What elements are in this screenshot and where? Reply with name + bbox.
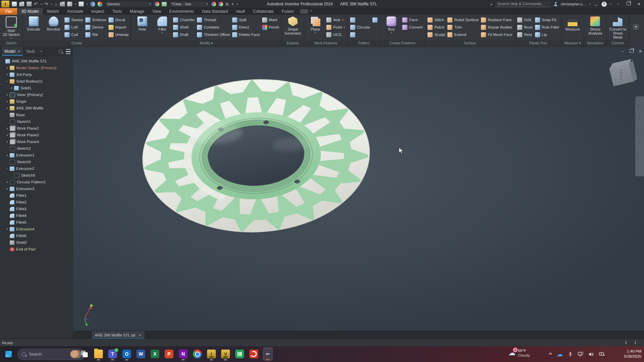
qat-customize-chevron-icon[interactable]: ▾	[237, 3, 238, 6]
coil-button[interactable]: Coil	[65, 31, 83, 38]
material-select[interactable]: Generic	[105, 1, 152, 7]
emboss-button[interactable]: Emboss	[85, 16, 106, 23]
appearance-select[interactable]: *Clear - Gre	[169, 1, 209, 7]
taskbar-file-explorer[interactable]	[93, 347, 104, 361]
expander-icon[interactable]: +	[5, 93, 9, 97]
tab-tools[interactable]: Tools	[108, 8, 126, 15]
revolve-button[interactable]: Revolve	[44, 15, 63, 40]
thicken-offset-button[interactable]: Thicken/ Offset	[197, 31, 230, 38]
taskbar-word[interactable]: W	[136, 347, 146, 361]
expander-icon[interactable]: +	[5, 127, 9, 130]
expand-icon[interactable]: ▸	[491, 2, 492, 6]
panel-label-convert[interactable]: Convert	[607, 40, 629, 46]
store-cart-icon[interactable]	[594, 2, 599, 5]
fillet-dropdown-icon[interactable]: ▾	[162, 32, 163, 34]
tab-environments[interactable]: Environments	[165, 8, 198, 15]
mark-button[interactable]: Mark	[262, 16, 279, 23]
expander-icon[interactable]: +	[5, 180, 9, 184]
split-button[interactable]: Split	[232, 16, 260, 23]
hidden-icons-chevron-icon[interactable]: ^	[549, 352, 552, 357]
inventor-logo-icon[interactable]: I	[1, 1, 9, 7]
restore-button[interactable]	[625, 2, 632, 6]
tree-item-solid1[interactable]: +Solid1	[0, 85, 73, 91]
tree-item-base[interactable]: Base	[0, 111, 73, 118]
loft-button[interactable]: Loft	[65, 24, 83, 31]
replace-face-button[interactable]: Replace Face	[481, 16, 512, 23]
fusion-cloud-icon[interactable]	[300, 9, 309, 14]
windows-start-button[interactable]	[5, 351, 12, 357]
open-icon[interactable]	[19, 2, 24, 6]
extrude-button[interactable]: Extrude	[24, 15, 43, 40]
convert-to-sheet-metal-button[interactable]: Convert to Sheet Metal	[608, 15, 627, 40]
finish-button[interactable]: Finish	[262, 24, 279, 31]
expander-icon[interactable]: −	[5, 167, 9, 171]
box-dropdown-icon[interactable]: ▾	[391, 32, 392, 34]
redo-dropdown-icon[interactable]: ▾	[51, 3, 52, 6]
import-button[interactable]: Import	[109, 24, 129, 31]
taskbar-onenote[interactable]: N	[178, 347, 188, 361]
taskbar-powerpoint[interactable]: P	[164, 347, 174, 361]
tree-item-fillet3[interactable]: Fillet3	[0, 206, 73, 212]
axis-button[interactable]: Axis▾	[326, 16, 345, 23]
circular-button[interactable]: Circular	[350, 24, 370, 31]
tree-item-circular-pattern1[interactable]: +Circular Pattern1	[0, 179, 73, 185]
sketch-driven-pattern-button[interactable]	[350, 31, 370, 38]
shell-button[interactable]: Shell	[173, 24, 195, 31]
expander-icon[interactable]: +	[5, 66, 9, 70]
face-button[interactable]: Face	[402, 16, 422, 23]
rectangular-pattern-button[interactable]	[350, 16, 370, 23]
sculpt-button[interactable]: Sculpt	[428, 31, 445, 38]
tree-item-are-398-waffle-stl[interactable]: ARE 398 Waffle STL	[0, 58, 73, 64]
boss-button[interactable]: Boss	[517, 24, 533, 31]
panel-label-modify[interactable]: Modify ▾	[131, 40, 281, 46]
browser-tab-model[interactable]: Model✕	[2, 47, 23, 56]
tab-fusion[interactable]: Fusion	[278, 8, 298, 15]
lip-button[interactable]: Lip	[535, 31, 559, 38]
delete-face-button[interactable]: Delete Face	[232, 31, 260, 38]
ribbon-collapse-button[interactable]: ▾	[633, 24, 639, 30]
expander-icon[interactable]: +	[5, 153, 9, 157]
document-tab[interactable]: ARE 398 Waffle STL.ipt ✕	[92, 331, 145, 339]
patch-button[interactable]: Patch	[428, 24, 445, 31]
microphone-icon[interactable]	[568, 352, 573, 357]
browser-tab-item[interactable]: +	[38, 47, 45, 56]
save-icon[interactable]	[27, 2, 32, 6]
close-button[interactable]: ✕	[635, 2, 643, 6]
clear-appearance-icon[interactable]	[218, 2, 223, 6]
tree-item-sketch2[interactable]: Sketch2	[0, 145, 73, 152]
expander-icon[interactable]: +	[5, 106, 9, 110]
ilogic-icon[interactable]	[67, 2, 72, 6]
panel-label-measure[interactable]: Measure ▾	[562, 40, 584, 46]
panel-label-simulation[interactable]: Simulation	[584, 40, 606, 46]
tree-item-sketch5[interactable]: Sketch5	[0, 159, 73, 165]
taskbar-clock[interactable]: 1:40 PM 5/28/2025	[624, 349, 641, 359]
taskbar-green-app[interactable]	[235, 347, 245, 361]
thread-button[interactable]: Thread	[197, 16, 230, 23]
tree-item-view-primary[interactable]: +View: [Primary]	[0, 91, 73, 98]
tree-item-are-398-waffle[interactable]: +ARE 398 Waffle	[0, 105, 73, 111]
sweep-button[interactable]: Sweep	[65, 16, 83, 23]
derive-button[interactable]: Derive	[85, 24, 106, 31]
navigation-wheel-icon[interactable]: ◎	[637, 103, 642, 108]
ucs-button[interactable]: UCS	[326, 31, 345, 38]
help-dropdown-icon[interactable]: ▾	[610, 3, 611, 6]
start-2d-sketch-dropdown-icon[interactable]: ▾	[10, 37, 12, 40]
axis-dropdown-icon[interactable]: ▾	[342, 18, 344, 21]
redo-icon[interactable]: ↷	[44, 2, 48, 6]
tree-item-model-states-primary[interactable]: +Model States: [Primary]	[0, 64, 73, 71]
tree-item-end-of-part[interactable]: End of Part	[0, 246, 73, 253]
tree-item-3rd-party[interactable]: +3rd Party	[0, 71, 73, 78]
tree-item-fillet4[interactable]: Fillet4	[0, 212, 73, 219]
adjust-appearance-icon[interactable]	[211, 2, 216, 6]
panel-label-create[interactable]: Create	[23, 40, 131, 46]
zoom-window-icon[interactable]: ◻	[638, 127, 642, 132]
volume-icon[interactable]	[589, 352, 594, 357]
view-cube-front-face[interactable]: LEFT	[609, 63, 633, 86]
browser-tab-vault[interactable]: Vault	[24, 47, 37, 56]
onedrive-icon[interactable]: ☁	[557, 350, 563, 358]
trim-button[interactable]: Trim	[447, 24, 479, 31]
chamfer-button[interactable]: Chamfer	[173, 16, 195, 23]
tab-sketch[interactable]: Sketch	[43, 8, 63, 15]
panel-label-pattern[interactable]: Pattern	[348, 40, 380, 46]
unwrap-button[interactable]: Unwrap	[109, 31, 129, 38]
